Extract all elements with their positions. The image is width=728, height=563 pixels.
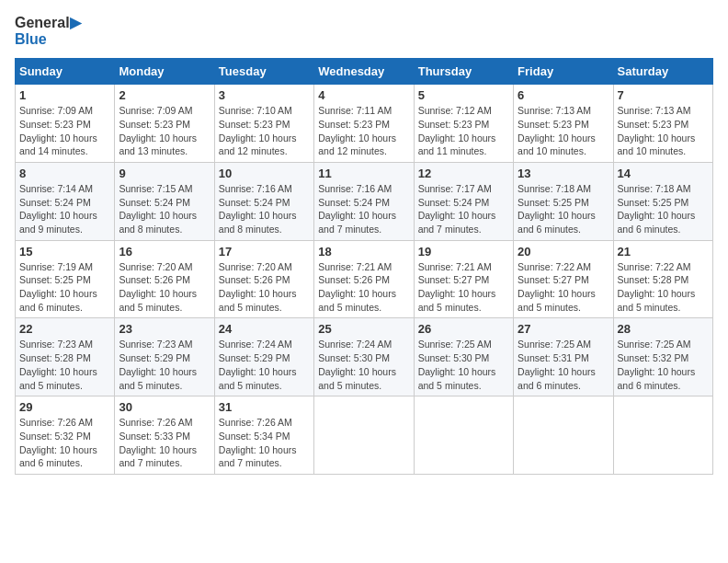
day-number: 11 <box>318 167 409 180</box>
day-info: Sunrise: 7:25 AMSunset: 5:30 PMDaylight:… <box>418 338 509 392</box>
logo-text: General▶ Blue <box>15 15 81 47</box>
calendar-day-cell: 28Sunrise: 7:25 AMSunset: 5:32 PMDayligh… <box>613 318 712 396</box>
day-number: 9 <box>119 167 210 180</box>
day-number: 17 <box>219 245 310 259</box>
weekday-header-thursday: Thursday <box>414 59 513 85</box>
day-number: 7 <box>618 88 709 102</box>
calendar-day-cell: 30Sunrise: 7:26 AMSunset: 5:33 PMDayligh… <box>115 396 214 475</box>
day-number: 16 <box>119 245 210 259</box>
calendar-day-cell: 11Sunrise: 7:16 AMSunset: 5:24 PMDayligh… <box>314 162 414 240</box>
day-number: 25 <box>318 322 409 336</box>
empty-cell <box>314 396 414 475</box>
day-number: 31 <box>219 400 310 414</box>
calendar-day-cell: 29Sunrise: 7:26 AMSunset: 5:32 PMDayligh… <box>16 396 115 475</box>
weekday-header-tuesday: Tuesday <box>214 59 313 85</box>
day-number: 3 <box>219 88 310 102</box>
day-info: Sunrise: 7:26 AMSunset: 5:32 PMDaylight:… <box>19 416 110 470</box>
day-info: Sunrise: 7:15 AMSunset: 5:24 PMDaylight:… <box>119 182 210 236</box>
day-info: Sunrise: 7:21 AMSunset: 5:27 PMDaylight:… <box>418 260 509 315</box>
weekday-header-saturday: Saturday <box>613 59 712 85</box>
day-info: Sunrise: 7:22 AMSunset: 5:27 PMDaylight:… <box>518 260 609 315</box>
calendar-day-cell: 8Sunrise: 7:14 AMSunset: 5:24 PMDaylight… <box>16 162 115 240</box>
calendar-day-cell: 1Sunrise: 7:09 AMSunset: 5:23 PMDaylight… <box>16 85 115 163</box>
calendar-day-cell: 26Sunrise: 7:25 AMSunset: 5:30 PMDayligh… <box>414 318 513 396</box>
day-info: Sunrise: 7:26 AMSunset: 5:34 PMDaylight:… <box>219 416 310 470</box>
day-info: Sunrise: 7:23 AMSunset: 5:29 PMDaylight:… <box>119 338 210 392</box>
empty-cell <box>414 396 513 475</box>
day-info: Sunrise: 7:18 AMSunset: 5:25 PMDaylight:… <box>518 182 609 236</box>
weekday-header-sunday: Sunday <box>16 59 115 85</box>
calendar-table: SundayMondayTuesdayWednesdayThursdayFrid… <box>15 58 713 475</box>
day-info: Sunrise: 7:21 AMSunset: 5:26 PMDaylight:… <box>318 260 409 315</box>
calendar-week-row: 1Sunrise: 7:09 AMSunset: 5:23 PMDaylight… <box>16 85 713 163</box>
calendar-day-cell: 21Sunrise: 7:22 AMSunset: 5:28 PMDayligh… <box>613 240 712 318</box>
calendar-day-cell: 31Sunrise: 7:26 AMSunset: 5:34 PMDayligh… <box>214 396 313 475</box>
page-header: General▶ Blue <box>15 15 713 47</box>
calendar-day-cell: 19Sunrise: 7:21 AMSunset: 5:27 PMDayligh… <box>414 240 513 318</box>
calendar-day-cell: 20Sunrise: 7:22 AMSunset: 5:27 PMDayligh… <box>514 240 613 318</box>
day-number: 12 <box>418 167 509 180</box>
calendar-day-cell: 6Sunrise: 7:13 AMSunset: 5:23 PMDaylight… <box>514 85 613 163</box>
day-number: 18 <box>318 245 409 259</box>
day-number: 23 <box>119 322 210 336</box>
day-info: Sunrise: 7:13 AMSunset: 5:23 PMDaylight:… <box>618 104 709 158</box>
day-number: 15 <box>19 245 110 259</box>
day-info: Sunrise: 7:26 AMSunset: 5:33 PMDaylight:… <box>119 416 210 470</box>
calendar-day-cell: 25Sunrise: 7:24 AMSunset: 5:30 PMDayligh… <box>314 318 414 396</box>
day-number: 13 <box>518 167 609 180</box>
day-info: Sunrise: 7:24 AMSunset: 5:30 PMDaylight:… <box>318 338 409 392</box>
calendar-week-row: 15Sunrise: 7:19 AMSunset: 5:25 PMDayligh… <box>16 240 713 318</box>
calendar-week-row: 8Sunrise: 7:14 AMSunset: 5:24 PMDaylight… <box>16 162 713 240</box>
day-number: 29 <box>19 400 110 414</box>
calendar-day-cell: 10Sunrise: 7:16 AMSunset: 5:24 PMDayligh… <box>214 162 313 240</box>
day-info: Sunrise: 7:09 AMSunset: 5:23 PMDaylight:… <box>119 104 210 158</box>
calendar-day-cell: 12Sunrise: 7:17 AMSunset: 5:24 PMDayligh… <box>414 162 513 240</box>
empty-cell <box>613 396 712 475</box>
day-info: Sunrise: 7:25 AMSunset: 5:32 PMDaylight:… <box>618 338 709 392</box>
day-number: 2 <box>119 88 210 102</box>
day-info: Sunrise: 7:12 AMSunset: 5:23 PMDaylight:… <box>418 104 509 158</box>
day-info: Sunrise: 7:23 AMSunset: 5:28 PMDaylight:… <box>19 338 110 392</box>
calendar-day-cell: 23Sunrise: 7:23 AMSunset: 5:29 PMDayligh… <box>115 318 214 396</box>
day-number: 8 <box>19 167 110 180</box>
day-number: 5 <box>418 88 509 102</box>
weekday-header-wednesday: Wednesday <box>314 59 414 85</box>
day-info: Sunrise: 7:16 AMSunset: 5:24 PMDaylight:… <box>318 182 409 236</box>
calendar-week-row: 29Sunrise: 7:26 AMSunset: 5:32 PMDayligh… <box>16 396 713 475</box>
day-number: 20 <box>518 245 609 259</box>
day-number: 14 <box>618 167 709 180</box>
day-info: Sunrise: 7:19 AMSunset: 5:25 PMDaylight:… <box>19 260 110 315</box>
calendar-day-cell: 9Sunrise: 7:15 AMSunset: 5:24 PMDaylight… <box>115 162 214 240</box>
day-info: Sunrise: 7:20 AMSunset: 5:26 PMDaylight:… <box>219 260 310 315</box>
day-info: Sunrise: 7:22 AMSunset: 5:28 PMDaylight:… <box>618 260 709 315</box>
calendar-day-cell: 4Sunrise: 7:11 AMSunset: 5:23 PMDaylight… <box>314 85 414 163</box>
day-info: Sunrise: 7:20 AMSunset: 5:26 PMDaylight:… <box>119 260 210 315</box>
day-number: 22 <box>19 322 110 336</box>
calendar-day-cell: 13Sunrise: 7:18 AMSunset: 5:25 PMDayligh… <box>514 162 613 240</box>
logo: General▶ Blue <box>15 15 81 47</box>
calendar-day-cell: 16Sunrise: 7:20 AMSunset: 5:26 PMDayligh… <box>115 240 214 318</box>
day-info: Sunrise: 7:16 AMSunset: 5:24 PMDaylight:… <box>219 182 310 236</box>
calendar-day-cell: 14Sunrise: 7:18 AMSunset: 5:25 PMDayligh… <box>613 162 712 240</box>
calendar-day-cell: 3Sunrise: 7:10 AMSunset: 5:23 PMDaylight… <box>214 85 313 163</box>
weekday-header-row: SundayMondayTuesdayWednesdayThursdayFrid… <box>16 59 713 85</box>
calendar-day-cell: 18Sunrise: 7:21 AMSunset: 5:26 PMDayligh… <box>314 240 414 318</box>
calendar-day-cell: 5Sunrise: 7:12 AMSunset: 5:23 PMDaylight… <box>414 85 513 163</box>
day-number: 21 <box>618 245 709 259</box>
day-number: 10 <box>219 167 310 180</box>
day-number: 28 <box>618 322 709 336</box>
day-info: Sunrise: 7:14 AMSunset: 5:24 PMDaylight:… <box>19 182 110 236</box>
day-info: Sunrise: 7:24 AMSunset: 5:29 PMDaylight:… <box>219 338 310 392</box>
day-number: 30 <box>119 400 210 414</box>
day-info: Sunrise: 7:17 AMSunset: 5:24 PMDaylight:… <box>418 182 509 236</box>
day-number: 26 <box>418 322 509 336</box>
day-info: Sunrise: 7:18 AMSunset: 5:25 PMDaylight:… <box>618 182 709 236</box>
calendar-day-cell: 17Sunrise: 7:20 AMSunset: 5:26 PMDayligh… <box>214 240 313 318</box>
weekday-header-friday: Friday <box>514 59 613 85</box>
calendar-week-row: 22Sunrise: 7:23 AMSunset: 5:28 PMDayligh… <box>16 318 713 396</box>
day-number: 1 <box>19 88 110 102</box>
day-info: Sunrise: 7:11 AMSunset: 5:23 PMDaylight:… <box>318 104 409 158</box>
calendar-day-cell: 7Sunrise: 7:13 AMSunset: 5:23 PMDaylight… <box>613 85 712 163</box>
calendar-day-cell: 22Sunrise: 7:23 AMSunset: 5:28 PMDayligh… <box>16 318 115 396</box>
day-number: 6 <box>518 88 609 102</box>
